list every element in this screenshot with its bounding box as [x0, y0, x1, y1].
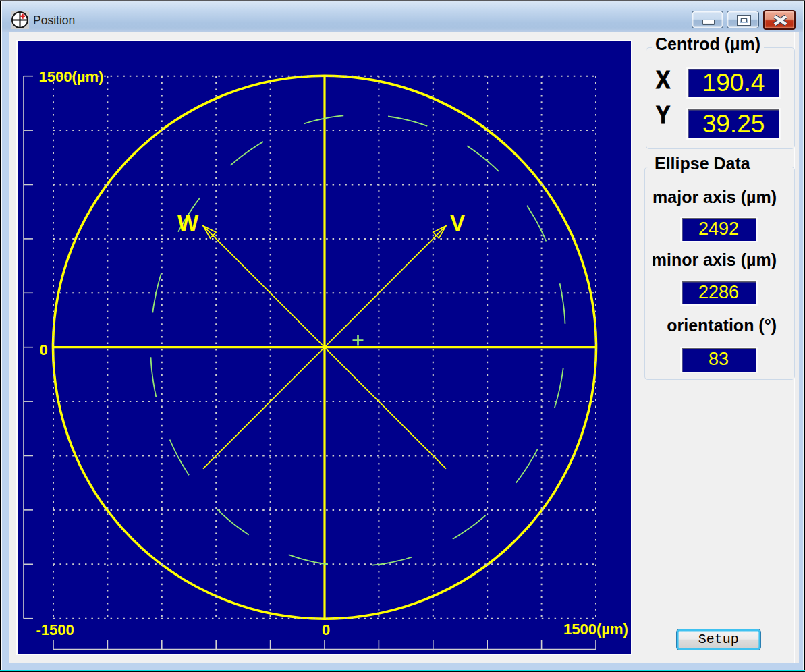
svg-text:V: V [450, 211, 465, 235]
svg-text:1500(µm): 1500(µm) [38, 68, 103, 85]
svg-text:1500(µm): 1500(µm) [563, 621, 628, 638]
svg-text:W: W [177, 211, 199, 235]
svg-text:0: 0 [39, 341, 47, 358]
svg-text:-1500: -1500 [36, 621, 74, 638]
svg-text:0: 0 [322, 621, 330, 638]
